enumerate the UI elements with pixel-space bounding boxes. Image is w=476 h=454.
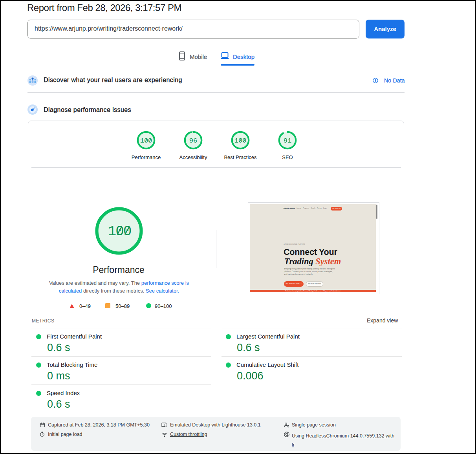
svg-text:96: 96 [189,137,197,145]
svg-text:91: 91 [284,137,291,145]
